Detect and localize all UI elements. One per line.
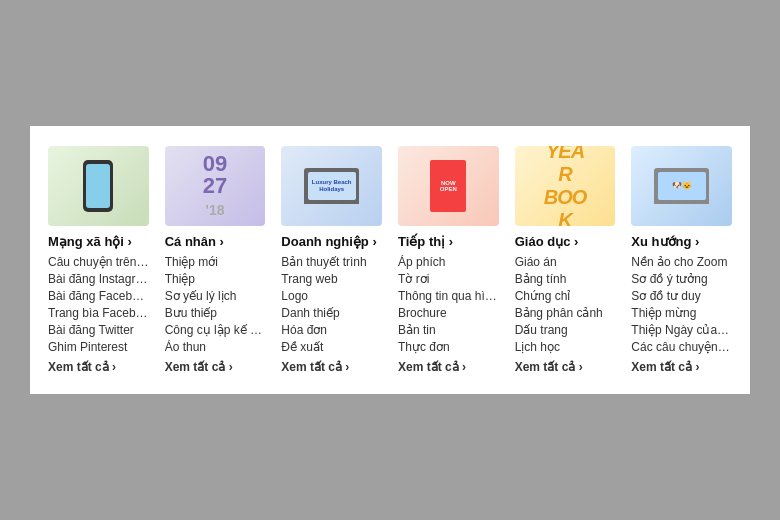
category-item[interactable]: Logo [281, 289, 382, 303]
category-item[interactable]: Công cụ lập kế hoạch [165, 323, 266, 337]
marketing-category-image: NOWOPEN [398, 146, 499, 226]
see-all-link-social[interactable]: Xem tất cả › [48, 360, 149, 374]
category-item[interactable]: Thiệp Ngày của Cha [631, 323, 732, 337]
category-item[interactable]: Bản thuyết trình [281, 255, 382, 269]
category-item[interactable]: Thiệp mới [165, 255, 266, 269]
category-item[interactable]: Ghim Pinterest [48, 340, 149, 354]
category-title-trending[interactable]: Xu hướng › [631, 234, 732, 249]
category-grid: Mạng xã hội ›Câu chuyện trên Inst...Bài … [30, 126, 750, 394]
category-item[interactable]: Áo thun [165, 340, 266, 354]
category-col-business: Luxury Beach HolidaysDoanh nghiệp ›Bản t… [273, 146, 390, 374]
category-item[interactable]: Hóa đơn [281, 323, 382, 337]
category-item[interactable]: Danh thiếp [281, 306, 382, 320]
trending-category-image: 🐶🐱 [631, 146, 732, 226]
category-items-marketing: Áp phíchTờ rơiThông tin qua hình ảnhBroc… [398, 255, 499, 354]
category-item[interactable]: Thiệp [165, 272, 266, 286]
category-item[interactable]: Giáo án [515, 255, 616, 269]
category-item[interactable]: Lịch học [515, 340, 616, 354]
see-all-link-personal[interactable]: Xem tất cả › [165, 360, 266, 374]
category-item[interactable]: Thiệp mừng [631, 306, 732, 320]
social-category-image [48, 146, 149, 226]
category-item[interactable]: Tờ rơi [398, 272, 499, 286]
category-title-marketing[interactable]: Tiếp thị › [398, 234, 499, 249]
education-category-image: YEARBOOK [515, 146, 616, 226]
category-item[interactable]: Câu chuyện trên Inst... [48, 255, 149, 269]
category-items-education: Giáo ánBảng tínhChứng chỉBảng phân cảnhD… [515, 255, 616, 354]
category-item[interactable]: Trang web [281, 272, 382, 286]
category-title-business[interactable]: Doanh nghiệp › [281, 234, 382, 249]
category-item[interactable]: Bài đăng Twitter [48, 323, 149, 337]
category-item[interactable]: Bài đăng Instagram [48, 272, 149, 286]
category-item[interactable]: Bản tin [398, 323, 499, 337]
category-item[interactable]: Chứng chỉ [515, 289, 616, 303]
category-col-education: YEARBOOKGiáo dục ›Giáo ánBảng tínhChứng … [507, 146, 624, 374]
category-title-education[interactable]: Giáo dục › [515, 234, 616, 249]
see-all-link-marketing[interactable]: Xem tất cả › [398, 360, 499, 374]
see-all-link-trending[interactable]: Xem tất cả › [631, 360, 732, 374]
see-all-link-education[interactable]: Xem tất cả › [515, 360, 616, 374]
category-col-social: Mạng xã hội ›Câu chuyện trên Inst...Bài … [40, 146, 157, 374]
category-item[interactable]: Bài đăng Facebook [48, 289, 149, 303]
category-item[interactable]: Bảng tính [515, 272, 616, 286]
category-item[interactable]: Bưu thiếp [165, 306, 266, 320]
category-item[interactable]: Sơ đồ ý tưởng [631, 272, 732, 286]
category-item[interactable]: Brochure [398, 306, 499, 320]
category-item[interactable]: Các câu chuyện Insta... [631, 340, 732, 354]
category-item[interactable]: Dấu trang [515, 323, 616, 337]
category-col-trending: 🐶🐱Xu hướng ›Nền ảo cho ZoomSơ đồ ý tưởng… [623, 146, 740, 374]
personal-category-image: 0927'18 [165, 146, 266, 226]
category-item[interactable]: Sơ yếu lý lịch [165, 289, 266, 303]
see-all-link-business[interactable]: Xem tất cả › [281, 360, 382, 374]
category-item[interactable]: Thông tin qua hình ảnh [398, 289, 499, 303]
category-item[interactable]: Áp phích [398, 255, 499, 269]
category-items-business: Bản thuyết trìnhTrang webLogoDanh thiếpH… [281, 255, 382, 354]
category-title-social[interactable]: Mạng xã hội › [48, 234, 149, 249]
category-col-personal: 0927'18Cá nhân ›Thiệp mớiThiệpSơ yếu lý … [157, 146, 274, 374]
category-items-social: Câu chuyện trên Inst...Bài đăng Instagra… [48, 255, 149, 354]
category-item[interactable]: Thực đơn [398, 340, 499, 354]
category-item[interactable]: Nền ảo cho Zoom [631, 255, 732, 269]
category-title-personal[interactable]: Cá nhân › [165, 234, 266, 249]
category-items-trending: Nền ảo cho ZoomSơ đồ ý tưởngSơ đồ tư duy… [631, 255, 732, 354]
category-item[interactable]: Sơ đồ tư duy [631, 289, 732, 303]
category-item[interactable]: Trang bìa Facebook [48, 306, 149, 320]
category-item[interactable]: Bảng phân cảnh [515, 306, 616, 320]
category-item[interactable]: Đề xuất [281, 340, 382, 354]
category-col-marketing: NOWOPENTiếp thị ›Áp phíchTờ rơiThông tin… [390, 146, 507, 374]
category-items-personal: Thiệp mớiThiệpSơ yếu lý lịchBưu thiếpCôn… [165, 255, 266, 354]
business-category-image: Luxury Beach Holidays [281, 146, 382, 226]
